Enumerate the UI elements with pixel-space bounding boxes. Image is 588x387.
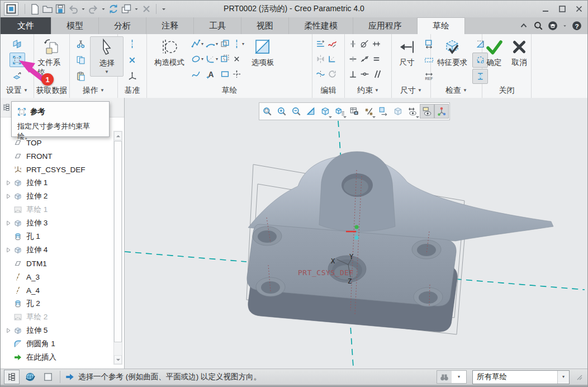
learning-caret-icon[interactable] <box>562 21 567 31</box>
refit-button[interactable] <box>260 104 274 119</box>
tab-flexible-modeling[interactable]: 柔性建模 <box>289 17 353 34</box>
zoom-in-button[interactable] <box>274 104 289 119</box>
repaint-button[interactable] <box>304 104 318 119</box>
display-style-button[interactable] <box>318 104 333 119</box>
tree-scrollbar[interactable] <box>113 131 122 365</box>
tree-item-2[interactable]: yxPRT_CSYS_DEF <box>4 163 111 176</box>
copy-button[interactable] <box>73 53 88 68</box>
sketch-centerline-button[interactable]: ▾ <box>231 37 245 51</box>
tree-item-11[interactable]: A_4 <box>4 284 111 297</box>
close-button[interactable] <box>571 2 587 16</box>
line-chain-button[interactable]: ▾ <box>191 37 204 51</box>
dimension-button[interactable]: 尺寸 <box>395 36 419 69</box>
modify-button[interactable] <box>315 37 326 51</box>
redo-caret-icon[interactable] <box>101 3 106 15</box>
group-label-inspect[interactable]: 检查▼ <box>431 83 482 98</box>
tab-sketch[interactable]: 草绘 <box>418 17 465 34</box>
find-caret-button[interactable]: ▾ <box>452 371 466 383</box>
spin-center-button[interactable] <box>391 104 405 119</box>
sketch-view-button[interactable] <box>10 68 25 83</box>
tree-item-16[interactable]: 在此插入 <box>4 351 111 364</box>
expand-arrow-icon[interactable] <box>4 247 13 253</box>
feature-requirements-button[interactable]: 特征要求 <box>434 36 471 69</box>
text-button[interactable]: A <box>205 67 219 81</box>
vertical-constraint-button[interactable] <box>348 37 358 51</box>
minimize-button[interactable] <box>537 2 554 16</box>
tree-item-13[interactable]: 草绘 2 <box>4 310 111 324</box>
learning-connector-icon[interactable] <box>548 21 558 31</box>
arc-button[interactable]: ▾ <box>205 37 219 51</box>
coordinate-system-button[interactable] <box>125 68 140 83</box>
tree-item-7[interactable]: 孔 1 <box>4 230 111 243</box>
full-screen-button[interactable] <box>41 370 55 384</box>
references-button[interactable] <box>10 53 25 68</box>
tree-item-15[interactable]: 倒圆角 1 <box>4 337 111 351</box>
tree-item-10[interactable]: A_3 <box>4 270 111 284</box>
file-system-button[interactable]: 文件系统 <box>36 36 68 79</box>
paste-button[interactable] <box>73 69 88 84</box>
datum-display-button[interactable] <box>362 104 376 119</box>
tab-applications[interactable]: 应用程序 <box>353 17 418 34</box>
regenerate-icon[interactable] <box>108 3 119 15</box>
maximize-button[interactable] <box>554 2 571 16</box>
tab-view[interactable]: 视图 <box>241 17 289 34</box>
palette-button[interactable]: 选项板 <box>246 36 279 69</box>
tangent-constraint-button[interactable] <box>359 37 370 51</box>
equal-constraint-button[interactable] <box>371 52 382 66</box>
centerline-button[interactable] <box>125 36 140 51</box>
new-file-icon[interactable] <box>29 3 40 15</box>
help-icon[interactable]: ? <box>572 21 582 31</box>
find-tool[interactable]: ▾ <box>437 370 467 384</box>
close-window-icon[interactable] <box>141 3 152 15</box>
scroll-up-icon[interactable] <box>114 131 122 140</box>
rotate-resize-button[interactable] <box>327 67 338 81</box>
scroll-down-icon[interactable] <box>114 355 122 364</box>
cut-button[interactable] <box>73 36 88 51</box>
ok-button[interactable]: 确定 <box>482 36 506 69</box>
sketch-csys-button[interactable] <box>231 67 245 81</box>
horizontal-constraint-button[interactable] <box>348 52 358 66</box>
dimension-display-button[interactable] <box>405 104 420 119</box>
redo-icon[interactable] <box>88 3 99 15</box>
group-label-operations[interactable]: 操作▼ <box>70 83 117 98</box>
tree-item-1[interactable]: FRONT <box>4 149 111 163</box>
rectangle-button[interactable] <box>220 67 230 81</box>
selection-filter-combobox[interactable]: 所有草绘 ▾ <box>472 370 570 384</box>
toggle-navigator-button[interactable] <box>4 370 20 384</box>
tree-item-8[interactable]: 拉伸 4 <box>4 243 111 257</box>
tab-model[interactable]: 模型 <box>51 17 99 34</box>
navigator-tab-icon[interactable] <box>2 103 11 112</box>
customize-qat-icon[interactable] <box>160 3 167 15</box>
midpoint-constraint-button[interactable] <box>371 37 382 51</box>
triad-display-button[interactable] <box>434 104 449 119</box>
point-button[interactable] <box>125 53 140 68</box>
symmetric-constraint-button[interactable] <box>359 67 370 81</box>
minimize-ribbon-icon[interactable] <box>519 21 529 31</box>
tree-item-9[interactable]: DTM1 <box>4 257 111 270</box>
graphics-area[interactable]: X Y Z PRT_CSYS_DEF <box>125 98 588 369</box>
annotation-display-button[interactable] <box>376 104 391 119</box>
tree-item-6[interactable]: 拉伸 3 <box>4 216 111 230</box>
circle-button[interactable]: ▾ <box>191 52 204 66</box>
tab-analysis[interactable]: 分析 <box>99 17 146 34</box>
plane-display-button[interactable] <box>420 104 434 119</box>
offset-button[interactable] <box>220 37 230 51</box>
cancel-button[interactable]: 取消 <box>508 36 531 69</box>
spline-button[interactable] <box>191 67 204 81</box>
corner-button[interactable] <box>327 52 338 66</box>
fillet-button[interactable]: ▾ <box>205 52 219 66</box>
group-label-dimension[interactable]: 尺寸▼ <box>392 83 430 98</box>
expand-arrow-icon[interactable] <box>4 193 13 200</box>
windows-caret-icon[interactable] <box>134 3 139 15</box>
construction-mode-button[interactable]: 构造模式 <box>150 36 189 69</box>
expand-arrow-icon[interactable] <box>4 327 13 334</box>
save-icon[interactable] <box>55 3 66 15</box>
tree-item-12[interactable]: 孔 2 <box>4 297 111 310</box>
sketch-setup-button[interactable] <box>10 36 25 51</box>
open-file-icon[interactable] <box>42 3 53 15</box>
view-manager-button[interactable] <box>347 104 362 119</box>
web-browser-button[interactable] <box>23 370 37 384</box>
3d-model[interactable] <box>247 152 553 332</box>
coincident-constraint-button[interactable] <box>359 52 370 66</box>
scrollbar-thumb[interactable] <box>114 141 122 342</box>
